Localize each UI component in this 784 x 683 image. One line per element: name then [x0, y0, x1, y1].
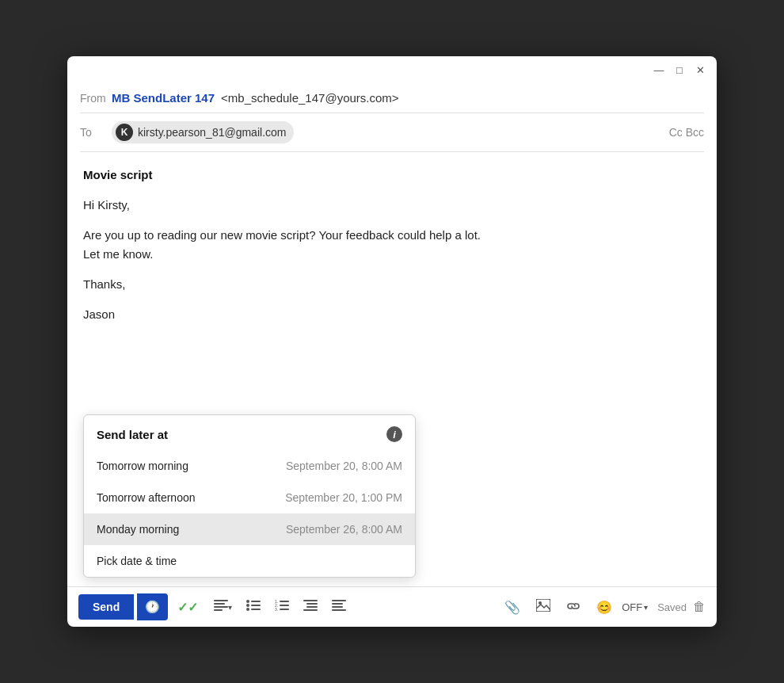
pick-date-time[interactable]: Pick date & time: [84, 545, 415, 577]
bullet-list-button[interactable]: [240, 595, 267, 619]
recipient-chip[interactable]: K kirsty.pearson_81@gmail.com: [112, 121, 294, 143]
to-label: To: [80, 126, 112, 139]
window-controls: — □ ✕: [652, 63, 707, 77]
option-date-2: September 26, 8:00 AM: [286, 523, 402, 536]
align-icon: [214, 600, 228, 614]
indent-icon: [303, 600, 318, 614]
number-list-button[interactable]: 1. 2. 3.: [268, 595, 295, 619]
svg-rect-19: [303, 609, 318, 611]
to-row: To K kirsty.pearson_81@gmail.com Cc Bcc: [80, 113, 704, 152]
image-icon: [536, 599, 550, 615]
option-label-0: Tomorrow morning: [97, 460, 188, 472]
svg-rect-15: [280, 609, 289, 610]
svg-rect-21: [332, 603, 343, 605]
option-label-1: Tomorrow afternoon: [97, 491, 196, 504]
send-option-tomorrow-morning[interactable]: Tomorrow morning September 20, 8:00 AM: [84, 450, 415, 482]
svg-point-4: [246, 600, 249, 603]
sender-email: <mb_schedule_147@yours.com>: [221, 91, 399, 105]
info-icon[interactable]: i: [386, 426, 402, 442]
email-content[interactable]: Hi Kirsty, Are you up to reading our new…: [83, 196, 701, 324]
image-button[interactable]: [530, 594, 557, 620]
svg-rect-17: [306, 603, 318, 605]
svg-rect-13: [280, 605, 289, 606]
emoji-button[interactable]: 😊: [590, 595, 618, 620]
compose-window: — □ ✕ From MB SendLater 147 <mb_schedule…: [67, 56, 717, 627]
off-chevron: ▾: [644, 603, 648, 612]
option-label-2: Monday morning: [97, 523, 179, 536]
check-icon: ✓✓: [177, 601, 198, 614]
svg-rect-0: [214, 600, 228, 601]
recipient-email: kirsty.pearson_81@gmail.com: [138, 126, 286, 139]
number-list-icon: 1. 2. 3.: [275, 600, 289, 614]
attach-button[interactable]: 📎: [498, 595, 527, 620]
minimize-button[interactable]: —: [652, 63, 666, 77]
align-button[interactable]: ▾: [207, 595, 238, 619]
close-button[interactable]: ✕: [693, 63, 707, 77]
svg-rect-1: [214, 603, 225, 605]
avatar: K: [116, 124, 133, 141]
link-icon: [566, 600, 580, 614]
svg-rect-5: [251, 601, 261, 602]
send-option-tomorrow-afternoon[interactable]: Tomorrow afternoon September 20, 1:00 PM: [84, 482, 415, 513]
send-option-monday-morning[interactable]: Monday morning September 26, 8:00 AM: [84, 513, 415, 545]
to-field[interactable]: K kirsty.pearson_81@gmail.com Cc Bcc: [112, 121, 704, 143]
toolbar: Send 🕐 ✓✓ ▾: [67, 586, 717, 627]
svg-rect-23: [332, 609, 346, 611]
option-date-1: September 20, 1:00 PM: [285, 491, 402, 504]
email-subject: Movie script: [83, 168, 701, 181]
svg-point-8: [246, 608, 249, 611]
delete-icon: 🗑: [693, 600, 706, 613]
from-sender: MB SendLater 147 <mb_schedule_147@yours.…: [112, 91, 704, 105]
svg-rect-16: [303, 600, 318, 601]
send-later-header: Send later at i: [84, 415, 415, 450]
from-row: From MB SendLater 147 <mb_schedule_147@y…: [80, 83, 704, 113]
svg-rect-11: [280, 601, 289, 602]
svg-rect-18: [306, 606, 318, 608]
outdent-icon: [332, 600, 346, 614]
send-button[interactable]: Send: [78, 594, 134, 620]
off-toggle[interactable]: OFF ▾: [622, 601, 648, 613]
from-label: From: [80, 92, 112, 105]
spell-check-button[interactable]: ✓✓: [171, 594, 204, 620]
indent-button[interactable]: [297, 595, 324, 619]
pick-label: Pick date & time: [97, 555, 177, 567]
send-later-panel: Send later at i Tomorrow morning Septemb…: [83, 414, 416, 578]
title-bar: — □ ✕: [67, 56, 717, 83]
saved-label: Saved: [657, 601, 687, 613]
svg-rect-24: [536, 599, 550, 612]
emoji-icon: 😊: [596, 600, 612, 615]
off-label-text: OFF: [622, 601, 642, 613]
sender-name: MB SendLater 147: [112, 91, 215, 105]
svg-rect-20: [332, 600, 346, 601]
align-chevron: ▾: [228, 603, 232, 612]
option-date-0: September 20, 8:00 AM: [286, 460, 402, 472]
svg-point-6: [246, 604, 249, 607]
svg-rect-7: [251, 605, 261, 606]
svg-rect-3: [214, 609, 223, 611]
link-button[interactable]: [560, 595, 587, 619]
svg-rect-2: [214, 606, 228, 608]
clock-icon: 🕐: [145, 600, 160, 614]
svg-rect-22: [332, 606, 343, 608]
outdent-button[interactable]: [325, 595, 352, 619]
maximize-button[interactable]: □: [672, 63, 687, 77]
body-signature: Jason: [83, 305, 701, 324]
svg-rect-9: [251, 609, 261, 610]
body-greeting: Hi Kirsty,: [83, 196, 701, 215]
send-later-title: Send later at: [97, 428, 168, 441]
send-later-toggle[interactable]: 🕐: [137, 593, 168, 620]
cc-bcc-button[interactable]: Cc Bcc: [669, 126, 704, 139]
attach-icon: 📎: [504, 600, 520, 615]
email-header: From MB SendLater 147 <mb_schedule_147@y…: [67, 83, 717, 152]
send-label: Send: [93, 601, 120, 613]
delete-button[interactable]: 🗑: [693, 600, 706, 614]
svg-text:3.: 3.: [275, 607, 278, 611]
formatting-group: ▾ 1.: [207, 595, 352, 619]
bullet-list-icon: [246, 600, 261, 614]
body-paragraph: Are you up to reading our new movie scri…: [83, 226, 701, 264]
body-closing: Thanks,: [83, 275, 701, 294]
